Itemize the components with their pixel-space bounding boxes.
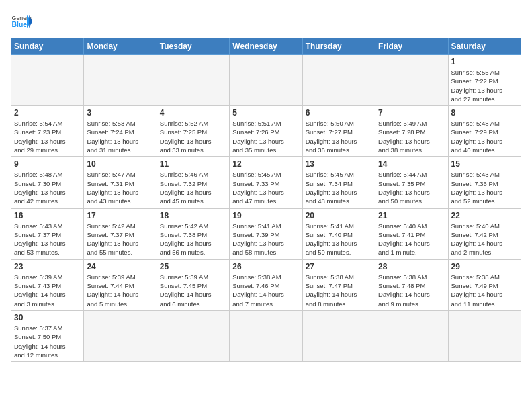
calendar-header-row: SundayMondayTuesdayWednesdayThursdayFrid… (11, 38, 521, 55)
day-info: Sunrise: 5:38 AM Sunset: 7:49 PM Dayligh… (451, 273, 518, 308)
day-info: Sunrise: 5:45 AM Sunset: 7:33 PM Dayligh… (232, 170, 299, 205)
day-number: 9 (14, 159, 81, 169)
day-of-week-header: Thursday (302, 38, 375, 55)
day-number: 6 (306, 108, 372, 118)
calendar-day-cell: 18Sunrise: 5:42 AM Sunset: 7:38 PM Dayli… (157, 208, 229, 259)
day-number: 3 (87, 108, 153, 118)
day-number: 10 (87, 159, 153, 169)
day-number: 23 (14, 262, 81, 271)
calendar-day-cell: 5Sunrise: 5:51 AM Sunset: 7:26 PM Daylig… (230, 106, 302, 157)
day-info: Sunrise: 5:52 AM Sunset: 7:25 PM Dayligh… (160, 119, 226, 154)
header: General Blue (11, 11, 521, 32)
calendar-day-cell: 27Sunrise: 5:38 AM Sunset: 7:47 PM Dayli… (302, 259, 375, 310)
day-info: Sunrise: 5:41 AM Sunset: 7:40 PM Dayligh… (306, 222, 372, 257)
day-info: Sunrise: 5:54 AM Sunset: 7:23 PM Dayligh… (14, 119, 81, 154)
day-info: Sunrise: 5:40 AM Sunset: 7:41 PM Dayligh… (378, 222, 445, 257)
calendar-week-row: 30Sunrise: 5:37 AM Sunset: 7:50 PM Dayli… (11, 310, 521, 361)
day-number: 27 (306, 262, 372, 271)
calendar-week-row: 16Sunrise: 5:43 AM Sunset: 7:37 PM Dayli… (11, 208, 521, 259)
day-number: 15 (451, 159, 518, 169)
day-info: Sunrise: 5:51 AM Sunset: 7:26 PM Dayligh… (232, 119, 299, 154)
day-of-week-header: Tuesday (157, 38, 229, 55)
calendar-day-cell: 1Sunrise: 5:55 AM Sunset: 7:22 PM Daylig… (448, 55, 521, 106)
calendar-day-cell: 8Sunrise: 5:48 AM Sunset: 7:29 PM Daylig… (448, 106, 521, 157)
day-info: Sunrise: 5:39 AM Sunset: 7:44 PM Dayligh… (87, 273, 153, 308)
day-number: 28 (378, 262, 445, 271)
day-info: Sunrise: 5:42 AM Sunset: 7:38 PM Dayligh… (160, 222, 226, 257)
day-info: Sunrise: 5:48 AM Sunset: 7:29 PM Dayligh… (451, 119, 518, 154)
day-of-week-header: Monday (84, 38, 157, 55)
day-info: Sunrise: 5:41 AM Sunset: 7:39 PM Dayligh… (232, 222, 299, 257)
calendar-day-cell: 19Sunrise: 5:41 AM Sunset: 7:39 PM Dayli… (230, 208, 302, 259)
calendar-day-cell: 9Sunrise: 5:48 AM Sunset: 7:30 PM Daylig… (11, 157, 84, 208)
day-info: Sunrise: 5:40 AM Sunset: 7:42 PM Dayligh… (451, 222, 518, 257)
day-number: 14 (378, 159, 445, 169)
day-info: Sunrise: 5:43 AM Sunset: 7:37 PM Dayligh… (14, 222, 81, 257)
day-number: 30 (14, 313, 81, 322)
day-of-week-header: Sunday (11, 38, 84, 55)
calendar-day-cell: 11Sunrise: 5:46 AM Sunset: 7:32 PM Dayli… (157, 157, 229, 208)
svg-text:Blue: Blue (12, 21, 28, 28)
calendar-day-cell (302, 310, 375, 361)
calendar-day-cell: 22Sunrise: 5:40 AM Sunset: 7:42 PM Dayli… (448, 208, 521, 259)
calendar-week-row: 23Sunrise: 5:39 AM Sunset: 7:43 PM Dayli… (11, 259, 521, 310)
day-info: Sunrise: 5:42 AM Sunset: 7:37 PM Dayligh… (87, 222, 153, 257)
day-info: Sunrise: 5:53 AM Sunset: 7:24 PM Dayligh… (87, 119, 153, 154)
day-info: Sunrise: 5:50 AM Sunset: 7:27 PM Dayligh… (306, 119, 372, 154)
calendar-day-cell: 3Sunrise: 5:53 AM Sunset: 7:24 PM Daylig… (84, 106, 157, 157)
calendar-week-row: 2Sunrise: 5:54 AM Sunset: 7:23 PM Daylig… (11, 106, 521, 157)
day-number: 18 (160, 211, 226, 220)
day-number: 8 (451, 108, 518, 118)
calendar-day-cell (84, 310, 157, 361)
day-number: 5 (232, 108, 299, 118)
calendar-day-cell: 25Sunrise: 5:39 AM Sunset: 7:45 PM Dayli… (157, 259, 229, 310)
day-number: 22 (451, 211, 518, 220)
calendar-day-cell: 6Sunrise: 5:50 AM Sunset: 7:27 PM Daylig… (302, 106, 375, 157)
calendar-day-cell: 28Sunrise: 5:38 AM Sunset: 7:48 PM Dayli… (375, 259, 448, 310)
calendar-week-row: 1Sunrise: 5:55 AM Sunset: 7:22 PM Daylig… (11, 55, 521, 106)
day-number: 7 (378, 108, 445, 118)
calendar-day-cell: 21Sunrise: 5:40 AM Sunset: 7:41 PM Dayli… (375, 208, 448, 259)
calendar-day-cell: 14Sunrise: 5:44 AM Sunset: 7:35 PM Dayli… (375, 157, 448, 208)
day-number: 29 (451, 262, 518, 271)
day-number: 16 (14, 211, 81, 220)
calendar-day-cell (11, 55, 84, 106)
calendar-day-cell: 23Sunrise: 5:39 AM Sunset: 7:43 PM Dayli… (11, 259, 84, 310)
day-number: 13 (306, 159, 372, 169)
day-info: Sunrise: 5:55 AM Sunset: 7:22 PM Dayligh… (451, 68, 518, 103)
calendar-day-cell: 24Sunrise: 5:39 AM Sunset: 7:44 PM Dayli… (84, 259, 157, 310)
calendar-day-cell: 2Sunrise: 5:54 AM Sunset: 7:23 PM Daylig… (11, 106, 84, 157)
day-info: Sunrise: 5:39 AM Sunset: 7:43 PM Dayligh… (14, 273, 81, 308)
calendar-week-row: 9Sunrise: 5:48 AM Sunset: 7:30 PM Daylig… (11, 157, 521, 208)
calendar-day-cell: 30Sunrise: 5:37 AM Sunset: 7:50 PM Dayli… (11, 310, 84, 361)
calendar-day-cell: 16Sunrise: 5:43 AM Sunset: 7:37 PM Dayli… (11, 208, 84, 259)
generalblue-logo-icon: General Blue (11, 11, 32, 32)
day-info: Sunrise: 5:39 AM Sunset: 7:45 PM Dayligh… (160, 273, 226, 308)
day-number: 21 (378, 211, 445, 220)
day-number: 12 (232, 159, 299, 169)
calendar-day-cell: 17Sunrise: 5:42 AM Sunset: 7:37 PM Dayli… (84, 208, 157, 259)
day-info: Sunrise: 5:38 AM Sunset: 7:47 PM Dayligh… (306, 273, 372, 308)
day-number: 24 (87, 262, 153, 271)
day-info: Sunrise: 5:44 AM Sunset: 7:35 PM Dayligh… (378, 170, 445, 205)
calendar-day-cell (302, 55, 375, 106)
day-number: 1 (451, 57, 518, 66)
logo: General Blue (11, 11, 32, 32)
day-info: Sunrise: 5:38 AM Sunset: 7:48 PM Dayligh… (378, 273, 445, 308)
day-info: Sunrise: 5:46 AM Sunset: 7:32 PM Dayligh… (160, 170, 226, 205)
calendar-table: SundayMondayTuesdayWednesdayThursdayFrid… (11, 38, 521, 362)
calendar-day-cell (375, 310, 448, 361)
calendar-day-cell: 10Sunrise: 5:47 AM Sunset: 7:31 PM Dayli… (84, 157, 157, 208)
calendar-day-cell: 20Sunrise: 5:41 AM Sunset: 7:40 PM Dayli… (302, 208, 375, 259)
calendar-day-cell: 29Sunrise: 5:38 AM Sunset: 7:49 PM Dayli… (448, 259, 521, 310)
calendar-day-cell (84, 55, 157, 106)
day-info: Sunrise: 5:38 AM Sunset: 7:46 PM Dayligh… (232, 273, 299, 308)
calendar-day-cell: 12Sunrise: 5:45 AM Sunset: 7:33 PM Dayli… (230, 157, 302, 208)
calendar-day-cell: 26Sunrise: 5:38 AM Sunset: 7:46 PM Dayli… (230, 259, 302, 310)
calendar-day-cell: 4Sunrise: 5:52 AM Sunset: 7:25 PM Daylig… (157, 106, 229, 157)
day-info: Sunrise: 5:47 AM Sunset: 7:31 PM Dayligh… (87, 170, 153, 205)
day-number: 2 (14, 108, 81, 118)
day-number: 26 (232, 262, 299, 271)
calendar-day-cell (230, 310, 302, 361)
calendar-day-cell (448, 310, 521, 361)
